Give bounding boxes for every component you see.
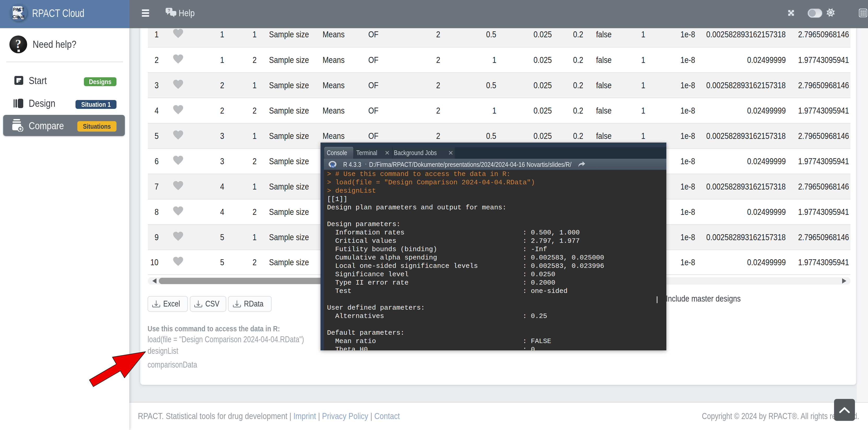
svg-text:R: R [331,162,335,169]
svg-text:PACT: PACT [13,7,24,12]
svg-text:?: ? [16,37,22,51]
svg-text:Cloud: Cloud [12,14,24,19]
svg-text:?: ? [168,8,170,13]
